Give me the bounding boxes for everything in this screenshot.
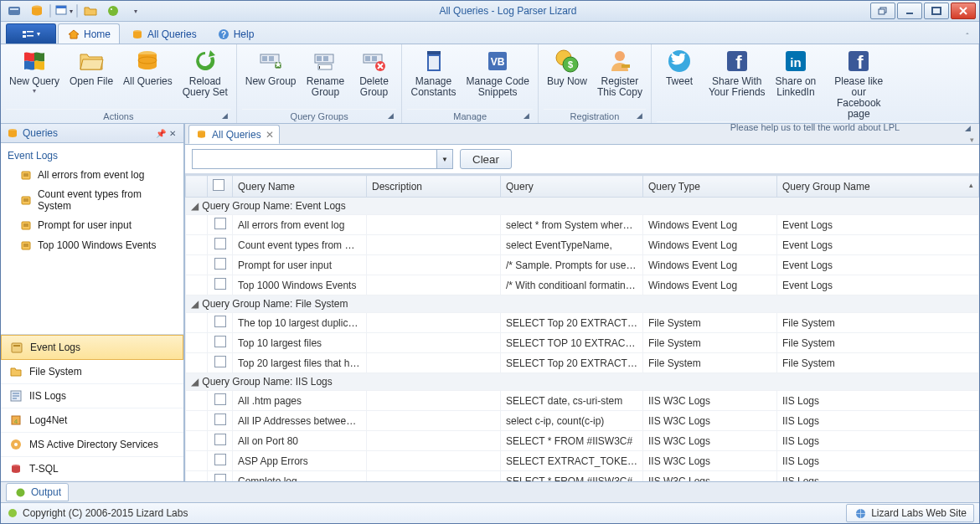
row-checkbox[interactable] <box>214 316 226 327</box>
nav-item[interactable]: T-SQL <box>1 457 183 481</box>
group-row[interactable]: ◢ Query Group Name: File System <box>186 295 979 313</box>
pin-icon[interactable]: 📌 <box>155 127 167 139</box>
cell-group: File System <box>777 353 979 373</box>
nav-item[interactable]: 4Log4Net <box>1 408 183 433</box>
group-row[interactable]: ◢ Query Group Name: Event Logs <box>186 198 979 215</box>
window-restore-down-button[interactable] <box>870 3 895 19</box>
nav-item[interactable]: MS Active Directory Services <box>1 433 183 457</box>
folder-icon[interactable] <box>80 3 101 19</box>
dialog-launcher-query-groups[interactable]: ◢ <box>384 110 396 121</box>
filter-combo[interactable]: ▼ <box>192 149 453 169</box>
nav-item[interactable]: IIS Logs <box>1 384 183 408</box>
col-query-name[interactable]: Query Name <box>233 176 367 198</box>
table-row[interactable]: Top 10 largest filesSELECT TOP 10 EXTRAC… <box>186 333 979 353</box>
cell-name: All IP Addresses between 192... <box>233 411 367 431</box>
manage-code-snippets-button[interactable]: V​B Manage Code Snippets <box>463 46 533 100</box>
dropdown-icon[interactable]: ▼ <box>436 150 452 168</box>
table-row[interactable]: ASP App ErrorsSELECT EXTRACT_TOKEN(Ful..… <box>186 451 979 471</box>
nav-item[interactable]: File System <box>1 360 183 384</box>
website-link[interactable]: Lizard Labs Web Site <box>846 504 974 522</box>
register-button[interactable]: Register This Copy <box>594 46 646 100</box>
nav-item[interactable]: Event Logs <box>1 335 183 360</box>
table-row[interactable]: All errors from event logselect * from S… <box>186 215 979 235</box>
clear-button[interactable]: Clear <box>460 149 512 169</box>
query-grid[interactable]: Query Name Description Query Query Type … <box>185 174 979 481</box>
row-checkbox[interactable] <box>214 336 226 347</box>
window-maximize-button[interactable] <box>924 3 949 19</box>
group-row[interactable]: ◢ Query Group Name: IIS Logs <box>186 373 979 391</box>
column-header-row: Query Name Description Query Query Type … <box>186 176 979 198</box>
all-queries-button[interactable]: All Queries <box>120 46 176 89</box>
window-list-button[interactable]: ▾ <box>54 3 74 19</box>
dialog-launcher-tell-world[interactable]: ◢ <box>962 122 973 134</box>
close-panel-icon[interactable]: ✕ <box>167 127 178 139</box>
like-facebook-button[interactable]: f Please like our Facebook page <box>823 46 895 121</box>
lizard-icon[interactable] <box>103 3 123 19</box>
row-checkbox[interactable] <box>214 218 226 229</box>
table-row[interactable]: Top 1000 Windows Events/* With conditioa… <box>186 275 979 295</box>
output-tab[interactable]: Output <box>6 483 69 501</box>
reload-query-set-button[interactable]: Reload Query Set <box>179 46 231 100</box>
tree-item[interactable]: All errors from event log <box>1 165 183 185</box>
tab-home[interactable]: Home <box>58 23 120 44</box>
row-checkbox[interactable] <box>214 474 226 481</box>
delete-group-button[interactable]: Delete Group <box>351 46 396 100</box>
ribbon-collapse-button[interactable]: ˆ <box>961 30 974 44</box>
tree-group-header[interactable]: Event Logs <box>1 146 183 165</box>
doc-tab-all-queries[interactable]: All Queries ✕ <box>188 125 280 144</box>
table-row[interactable]: All .htm pagesSELECT date, cs-uri-stemII… <box>186 391 979 411</box>
row-checkbox[interactable] <box>214 434 226 445</box>
dialog-launcher-manage[interactable]: ◢ <box>521 110 533 121</box>
file-tab[interactable]: ▾ <box>6 23 56 44</box>
queries-icon[interactable] <box>27 3 47 19</box>
tree-item[interactable]: Count event types from System <box>1 185 183 215</box>
row-checkbox[interactable] <box>214 238 226 249</box>
share-linkedin-button[interactable]: in Share on LinkedIn <box>772 46 820 100</box>
tree-item[interactable]: Top 1000 Windows Events <box>1 235 183 255</box>
tab-all-queries[interactable]: All Queries <box>121 23 206 44</box>
buy-now-button[interactable]: $ Buy Now <box>544 46 591 89</box>
table-row[interactable]: All IP Addresses between 192...select c-… <box>186 411 979 431</box>
row-checkbox[interactable] <box>214 278 226 290</box>
close-tab-icon[interactable]: ✕ <box>266 129 274 141</box>
window-close-button[interactable] <box>951 3 976 19</box>
collapse-icon[interactable]: ◢ <box>191 200 199 212</box>
table-row[interactable]: Top 20 largest files that have ...SELECT… <box>186 353 979 373</box>
row-checkbox[interactable] <box>214 356 226 367</box>
open-file-button[interactable]: Open File <box>66 46 116 89</box>
row-checkbox[interactable] <box>214 414 226 425</box>
row-checkbox[interactable] <box>214 258 226 270</box>
table-row[interactable]: Prompt for user input/* Sample. Prompts … <box>186 255 979 275</box>
table-row[interactable]: Complete logSELECT * FROM #IISW3C#IIS W3… <box>186 471 979 482</box>
row-checkbox[interactable] <box>214 454 226 465</box>
share-friends-button[interactable]: f Share With Your Friends <box>705 46 769 100</box>
collapse-icon[interactable]: ◢ <box>191 376 199 388</box>
col-query-type[interactable]: Query Type <box>643 176 777 198</box>
table-row[interactable]: The top 10 largest duplicate filesSELECT… <box>186 313 979 333</box>
doc-tabs-menu[interactable]: ▾ <box>965 136 979 144</box>
manage-constants-button[interactable]: Manage Constants <box>407 46 459 100</box>
col-query-group-name[interactable]: Query Group Name <box>777 176 979 198</box>
row-checkbox[interactable] <box>214 393 226 405</box>
new-query-button[interactable]: New Query ▾ <box>6 46 63 96</box>
col-check[interactable] <box>208 176 233 198</box>
table-row[interactable]: All on Port 80SELECT * FROM #IISW3C#IIS … <box>186 431 979 451</box>
collapse-icon[interactable]: ◢ <box>191 298 199 310</box>
rename-group-button[interactable]: Rename Group <box>302 46 348 100</box>
app-icon[interactable] <box>4 3 24 19</box>
tweet-button[interactable]: Tweet <box>657 46 702 89</box>
header-checkbox[interactable] <box>213 179 224 191</box>
dialog-launcher-actions[interactable]: ◢ <box>219 110 231 121</box>
col-description[interactable]: Description <box>367 176 501 198</box>
col-expand[interactable] <box>186 176 208 198</box>
filter-input[interactable] <box>193 150 436 168</box>
dialog-launcher-registration[interactable]: ◢ <box>634 110 646 121</box>
nav-icon <box>9 462 23 475</box>
new-group-button[interactable]: ★ New Group <box>242 46 300 89</box>
col-query[interactable]: Query <box>501 176 643 198</box>
tab-help[interactable]: ? Help <box>208 23 264 44</box>
window-minimize-button[interactable] <box>897 3 922 19</box>
qat-customize[interactable]: ▾ <box>126 3 146 19</box>
table-row[interactable]: Count event types from Systemselect Even… <box>186 235 979 255</box>
tree-item[interactable]: Prompt for user input <box>1 215 183 235</box>
